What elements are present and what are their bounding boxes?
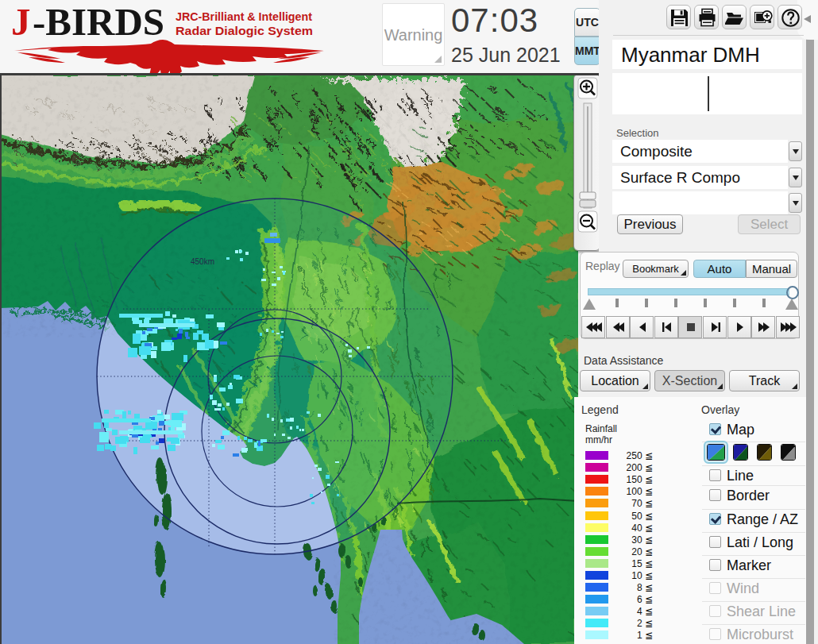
svg-text:JRC-Brilliant & Intelligent: JRC-Brilliant & Intelligent: [176, 10, 312, 23]
svg-text:-BIRDS: -BIRDS: [33, 2, 164, 44]
svg-text:J: J: [11, 2, 31, 44]
svg-text:450km: 450km: [191, 257, 214, 266]
svg-text:Radar Dialogic System: Radar Dialogic System: [176, 25, 313, 37]
